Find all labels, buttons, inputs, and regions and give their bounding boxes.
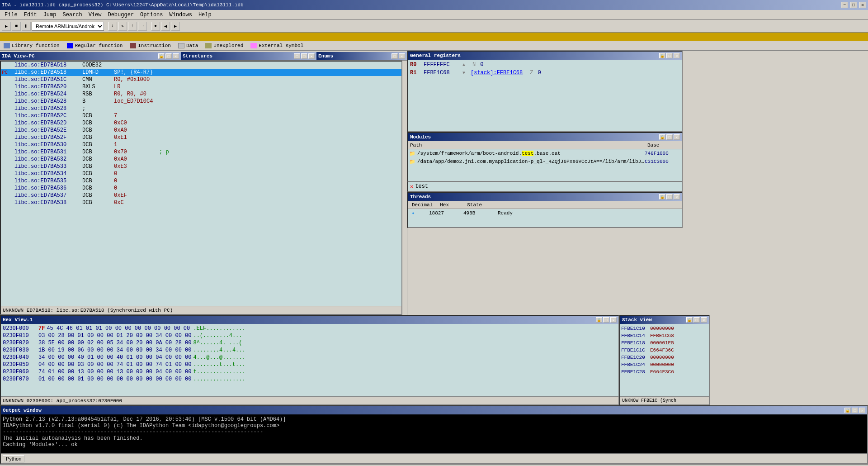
menu-help[interactable]: Help	[196, 11, 214, 19]
code-line-8[interactable]: libc.so:ED7BA52D DCB 0xC0	[1, 119, 401, 127]
minimize-button[interactable]: −	[841, 2, 848, 8]
modules-close[interactable]: ✕	[674, 134, 680, 140]
step-over-button[interactable]: ↷	[118, 22, 127, 31]
hex-line-2[interactable]: 0230F020 38 5E 00 00 00 02 00 05 34 00 2…	[3, 339, 617, 347]
stack-row-2[interactable]: FFBE1C18 000001E5	[621, 339, 708, 347]
stack-content[interactable]: FFBE1C10 00000000FFBE1C14 FFBE1C68FFBE1C…	[620, 324, 709, 396]
step-into-button[interactable]: ↓	[108, 22, 117, 31]
code-line-5[interactable]: libc.so:ED7BA528 B loc_ED7D10C4	[1, 98, 401, 105]
hex-content[interactable]: 0230F000 7F 45 4C 46 01 01 01 00 00 00 0…	[1, 324, 618, 396]
close-button[interactable]: ✕	[859, 2, 866, 8]
code-line-2[interactable]: libc.so:ED7BA51C CMN R0, #0x1000	[1, 76, 401, 83]
legend-bar: Library function Regular function Instru…	[0, 41, 868, 51]
hex-line-6[interactable]: 0230F060 74 01 00 00 13 00 00 00 13 00 0…	[3, 368, 617, 376]
enums-close[interactable]: ✕	[399, 53, 405, 59]
stack-row-1[interactable]: FFBE1C14 FFBE1C68	[621, 332, 708, 339]
ida-view-lock[interactable]: 🔒	[158, 53, 165, 59]
code-line-3[interactable]: libc.so:ED7BA520 BXLS LR	[1, 83, 401, 90]
code-line-16[interactable]: libc.so:ED7BA535 DCB 0	[1, 177, 401, 185]
code-line-0[interactable]: libc.so:ED7BA518 CODE32	[1, 62, 401, 69]
hex-float[interactable]: □	[603, 317, 609, 323]
output-float[interactable]: □	[852, 408, 858, 413]
hex-lock[interactable]: 🔒	[596, 317, 602, 323]
struct-btn2[interactable]: □	[301, 53, 307, 59]
gen-regs-lock[interactable]: 🔒	[659, 53, 665, 58]
debugger-selector[interactable]: Remote ARMLinux/Android debugger	[32, 22, 104, 31]
code-line-9[interactable]: libc.so:ED7BA52E DCB 0xA0	[1, 127, 401, 134]
code-line-7[interactable]: libc.so:ED7BA52C DCB 7	[1, 112, 401, 119]
step-out-button[interactable]: ↑	[128, 22, 137, 31]
search-clear-button[interactable]: ✕	[410, 183, 413, 190]
output-close[interactable]: ✕	[859, 408, 865, 413]
hex-close[interactable]: ✕	[610, 317, 617, 323]
gen-regs-float[interactable]: □	[666, 53, 673, 58]
code-line-18[interactable]: libc.so:ED7BA537 DCB 0xEF	[1, 192, 401, 199]
reg-r1-link[interactable]: [stack]:FFBE1C68	[471, 70, 523, 76]
menu-options[interactable]: Options	[137, 11, 165, 19]
menu-jump[interactable]: Jump	[41, 11, 59, 19]
python-button[interactable]: Python	[3, 455, 24, 462]
output-bottom: Python	[1, 453, 867, 463]
hex-line-1[interactable]: 0230F010 03 00 28 00 01 00 00 00 01 20 0…	[3, 332, 617, 339]
reg-r0-flag-n-val: 0	[480, 62, 483, 68]
code-line-4[interactable]: libc.so:ED7BA524 RSB R0, R0, #0	[1, 90, 401, 98]
hex-line-0[interactable]: 0230F000 7F 45 4C 46 01 01 01 00 00 00 0…	[3, 325, 617, 332]
modules-lock[interactable]: 🔒	[659, 134, 665, 140]
hex-line-3[interactable]: 0230F030 1B 00 19 00 06 00 00 00 34 00 0…	[3, 347, 617, 354]
struct-close[interactable]: ✕	[308, 53, 315, 59]
menu-file[interactable]: File	[2, 11, 20, 19]
menu-windows[interactable]: Windows	[167, 11, 195, 19]
code-content[interactable]: libc.so:ED7BA518 CODE32 PClibc.so:ED7BA5…	[1, 62, 401, 306]
hex-line-5[interactable]: 0230F050 04 00 00 00 03 00 00 00 74 01 0…	[3, 361, 617, 368]
main-toolbar: ▶ ■ ⏸ Remote ARMLinux/Android debugger ↓…	[0, 20, 868, 33]
run-button[interactable]: ▶	[2, 22, 11, 31]
code-line-15[interactable]: libc.so:ED7BA534 DCB 0	[1, 170, 401, 177]
threads-row-1[interactable]: 🔹 18827 498B Ready	[408, 209, 682, 217]
hex-line-4[interactable]: 0230F040 34 00 00 00 40 01 00 00 40 01 0…	[3, 354, 617, 361]
modules-float[interactable]: □	[666, 134, 673, 140]
struct-btn1[interactable]: □	[294, 53, 300, 59]
threads-lock[interactable]: 🔒	[659, 194, 665, 200]
threads-close[interactable]: ✕	[674, 194, 680, 200]
run-to-button[interactable]: →	[138, 22, 147, 31]
output-lock[interactable]: 🔒	[844, 408, 851, 413]
code-line-12[interactable]: libc.so:ED7BA531 DCB 0x70 ; p	[1, 148, 401, 156]
stack-row-4[interactable]: FFBE1C20 00000000	[621, 354, 708, 361]
stack-close[interactable]: ✕	[701, 317, 707, 323]
stack-row-3[interactable]: FFBE1C1C E664F36C	[621, 347, 708, 354]
code-line-14[interactable]: libc.so:ED7BA533 DCB 0xE3	[1, 163, 401, 170]
threads-float[interactable]: □	[666, 194, 673, 200]
stop-button[interactable]: ■	[12, 22, 21, 31]
stack-row-0[interactable]: FFBE1C10 00000000	[621, 325, 708, 332]
menu-view[interactable]: View	[86, 11, 104, 19]
stack-lock[interactable]: 🔒	[686, 317, 693, 323]
menu-debugger[interactable]: Debugger	[105, 11, 137, 19]
ida-view-float[interactable]: □	[165, 53, 172, 59]
maximize-button[interactable]: □	[850, 2, 857, 8]
code-line-13[interactable]: libc.so:ED7BA532 DCB 0xA0	[1, 156, 401, 163]
stack-row-5[interactable]: FFBE1C24 00000000	[621, 361, 708, 368]
prev-button[interactable]: ◀	[161, 22, 170, 31]
modules-row-2[interactable]: 📁 /data/app/demo2.jni.com.myapplication-…	[408, 157, 682, 166]
code-line-10[interactable]: libc.so:ED7BA52F DCB 0xE1	[1, 134, 401, 141]
hex-line-7[interactable]: 0230F070 01 00 00 00 01 00 00 00 00 00 0…	[3, 376, 617, 383]
bp-button[interactable]: ●	[151, 22, 160, 31]
code-line-6[interactable]: libc.so:ED7BA528 ;	[1, 105, 401, 112]
gen-regs-close[interactable]: ✕	[674, 53, 680, 58]
menu-edit[interactable]: Edit	[21, 11, 40, 19]
menu-bar: File Edit Jump Search View Debugger Opti…	[0, 10, 868, 20]
stack-row-6[interactable]: FFBE1C28 E664F3C6	[621, 368, 708, 376]
menu-search[interactable]: Search	[60, 11, 85, 19]
enums-btn1[interactable]: □	[392, 53, 398, 59]
stack-float[interactable]: □	[693, 317, 700, 323]
code-line-11[interactable]: libc.so:ED7BA530 DCB 1	[1, 141, 401, 148]
modules-row-1[interactable]: 📁 /system/framework/arm/boot-android.tes…	[408, 149, 682, 157]
code-line-19[interactable]: libc.so:ED7BA538 DCB 0xC	[1, 199, 401, 206]
search-input[interactable]	[415, 183, 680, 190]
ida-view-close[interactable]: ✕	[173, 53, 179, 59]
next-button[interactable]: ▶	[171, 22, 180, 31]
window-controls: − □ ✕	[841, 2, 866, 8]
code-line-17[interactable]: libc.so:ED7BA536 DCB 0	[1, 185, 401, 192]
pause-button[interactable]: ⏸	[22, 22, 31, 31]
code-line-1[interactable]: PClibc.so:ED7BA518 LDMFD SP!, {R4-R7}	[1, 69, 401, 76]
